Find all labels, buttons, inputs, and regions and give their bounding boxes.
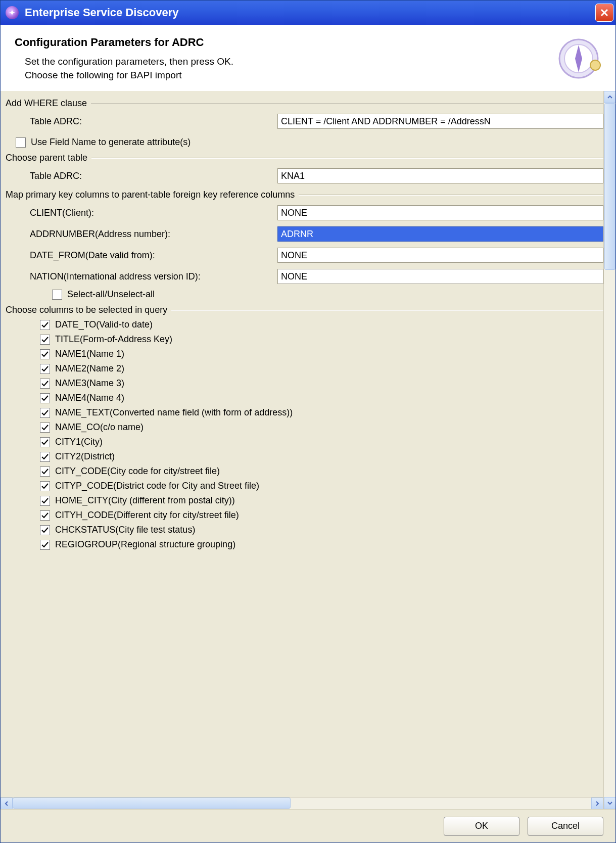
parent-table-label: Table ADRC: [30, 171, 277, 181]
column-checkbox[interactable] [40, 496, 50, 506]
select-all-checkbox[interactable] [52, 290, 62, 300]
parent-table-row: Table ADRC: [6, 165, 603, 186]
column-row: NAME3(Name 3) [40, 376, 603, 391]
column-checkbox[interactable] [40, 540, 50, 550]
column-checkbox[interactable] [40, 320, 50, 330]
column-row: NAME_CO(c/o name) [40, 420, 603, 435]
columns-legend: Choose columns to be selected in query [6, 305, 603, 315]
column-row: DATE_TO(Valid-to date) [40, 317, 603, 332]
column-checkbox[interactable] [40, 466, 50, 477]
page-title: Configuration Parameters for ADRC [15, 36, 556, 49]
column-row: CITY_CODE(City code for city/street file… [40, 464, 603, 479]
ok-button[interactable]: OK [444, 817, 519, 836]
use-field-name-checkbox[interactable] [16, 137, 26, 148]
hscroll-track[interactable] [13, 798, 591, 809]
horizontal-scrollbar[interactable] [1, 797, 603, 809]
column-checkbox[interactable] [40, 393, 50, 403]
window-title: Enterprise Service Discovery [25, 6, 179, 19]
column-row: NAME1(Name 1) [40, 347, 603, 361]
use-field-name-label: Use Field Name to generate attribute(s) [31, 137, 191, 148]
scroll-body: Add WHERE clause Table ADRC: Use Field N… [1, 91, 603, 797]
close-icon [599, 8, 609, 18]
column-checkbox[interactable] [40, 349, 50, 359]
key-mapping-row: DATE_FROM(Date valid from): [6, 245, 603, 266]
scroll-down-button[interactable] [604, 797, 615, 809]
key-mapping-legend: Map primary key columns to parent-table … [6, 190, 603, 200]
key-mapping-input[interactable] [277, 248, 603, 263]
column-label: REGIOGROUP(Regional structure grouping) [55, 539, 235, 550]
key-mapping-label: CLIENT(Client): [30, 208, 277, 218]
where-clause-legend-text: Add WHERE clause [6, 98, 87, 109]
parent-table-legend: Choose parent table [6, 153, 603, 163]
app-icon: ✦ [6, 6, 19, 19]
column-row: CITYP_CODE(District code for City and St… [40, 479, 603, 493]
column-row: CITYH_CODE(Different city for city/stree… [40, 508, 603, 523]
scroll-up-button[interactable] [604, 91, 615, 103]
column-label: CHCKSTATUS(City file test status) [55, 525, 195, 535]
parent-table-input[interactable] [277, 168, 603, 183]
parent-table-legend-text: Choose parent table [6, 153, 87, 163]
header-desc-line-1: Set the configuration parameters, then p… [25, 55, 556, 69]
compass-icon [556, 36, 601, 81]
column-checkbox[interactable] [40, 481, 50, 491]
key-mapping-input[interactable] [277, 226, 603, 242]
column-checkbox[interactable] [40, 510, 50, 521]
column-label: CITY2(District) [55, 451, 115, 462]
column-checkbox[interactable] [40, 335, 50, 345]
vertical-scrollbar[interactable] [603, 91, 615, 809]
column-checkbox[interactable] [40, 364, 50, 374]
vscroll-thumb[interactable] [604, 103, 615, 270]
legend-divider [299, 195, 603, 195]
column-label: NAME_TEXT(Converted name field (with for… [55, 407, 293, 418]
hscroll-thumb[interactable] [13, 798, 291, 809]
column-label: TITLE(Form-of-Address Key) [55, 334, 172, 345]
scroll-right-button[interactable] [591, 798, 603, 809]
column-row: TITLE(Form-of-Address Key) [40, 332, 603, 347]
column-checkbox[interactable] [40, 423, 50, 433]
column-checkbox[interactable] [40, 452, 50, 462]
column-label: NAME1(Name 1) [55, 349, 124, 359]
column-checkbox[interactable] [40, 408, 50, 418]
where-clause-input[interactable] [277, 114, 603, 129]
where-clause-row: Table ADRC: [6, 111, 603, 132]
column-label: DATE_TO(Valid-to date) [55, 319, 153, 330]
content-area: Add WHERE clause Table ADRC: Use Field N… [1, 91, 603, 809]
header-text: Configuration Parameters for ADRC Set th… [15, 36, 556, 82]
key-mapping-legend-text: Map primary key columns to parent-table … [6, 190, 295, 200]
column-label: NAME2(Name 2) [55, 363, 124, 374]
column-label: CITYH_CODE(Different city for city/stree… [55, 510, 239, 521]
key-mapping-input[interactable] [277, 269, 603, 284]
use-field-name-row: Use Field Name to generate attribute(s) [6, 135, 603, 150]
key-mapping-input[interactable] [277, 205, 603, 220]
column-checkbox[interactable] [40, 437, 50, 447]
column-label: NAME4(Name 4) [55, 393, 124, 403]
columns-legend-text: Choose columns to be selected in query [6, 305, 167, 315]
column-list: DATE_TO(Valid-to date)TITLE(Form-of-Addr… [6, 317, 603, 552]
column-label: CITY_CODE(City code for city/street file… [55, 466, 220, 477]
column-checkbox[interactable] [40, 525, 50, 535]
where-clause-legend: Add WHERE clause [6, 98, 603, 109]
column-row: NAME_TEXT(Converted name field (with for… [40, 405, 603, 420]
header-description: Set the configuration parameters, then p… [15, 55, 556, 82]
dialog-window: ✦ Enterprise Service Discovery Configura… [0, 0, 616, 843]
content-wrapper: Add WHERE clause Table ADRC: Use Field N… [1, 91, 615, 809]
column-row: CITY1(City) [40, 435, 603, 449]
column-label: NAME_CO(c/o name) [55, 422, 144, 433]
key-mapping-label: DATE_FROM(Date valid from): [30, 250, 277, 261]
select-all-label: Select-all/Unselect-all [67, 289, 155, 300]
where-clause-label: Table ADRC: [30, 116, 277, 127]
svg-point-3 [590, 60, 600, 70]
column-checkbox[interactable] [40, 379, 50, 389]
close-button[interactable] [595, 4, 613, 22]
cancel-button[interactable]: Cancel [528, 817, 603, 836]
key-mapping-rows: CLIENT(Client):ADDRNUMBER(Address number… [6, 202, 603, 287]
header-desc-line-2: Choose the following for BAPI import [25, 69, 556, 82]
legend-divider [91, 158, 603, 158]
titlebar: ✦ Enterprise Service Discovery [1, 1, 615, 25]
scroll-left-button[interactable] [1, 798, 13, 809]
dialog-footer: OK Cancel [1, 809, 615, 842]
column-row: NAME2(Name 2) [40, 361, 603, 376]
vscroll-track[interactable] [604, 103, 615, 797]
column-label: NAME3(Name 3) [55, 378, 124, 389]
key-mapping-label: NATION(International address version ID)… [30, 271, 277, 282]
